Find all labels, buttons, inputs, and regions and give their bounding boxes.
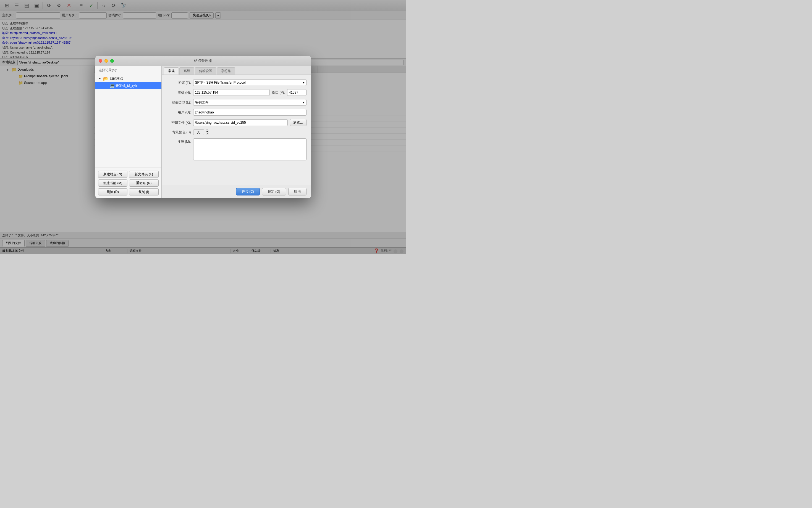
new-site-button[interactable]: 新建站点 (N) <box>98 171 128 178</box>
key-input[interactable] <box>193 119 288 126</box>
tab-general[interactable]: 常规 <box>164 68 179 75</box>
login-select[interactable]: 密钥文件 ▾ <box>193 99 307 106</box>
login-label: 登录类型 (L): <box>166 100 191 105</box>
protocol-value: SFTP - SSH File Transfer Protocol <box>195 81 246 84</box>
comment-label: 注释 (M): <box>166 138 191 144</box>
dialog-left-buttons: 新建站点 (N) 新文件夹 (F) 新建书签 (M) 重命名 (R) 删除 (D… <box>95 168 161 198</box>
site-toggle-icon: ▼ <box>99 77 102 80</box>
cancel-button[interactable]: 取消 <box>288 188 307 196</box>
browse-button[interactable]: 浏览... <box>290 119 307 126</box>
dialog-left-header: 选择记录(S): <box>95 66 161 74</box>
dialog-right: 常规 高级 传输设置 字符集 协议 (T): SFTP - SSH File T… <box>162 66 311 198</box>
tab-advanced[interactable]: 高级 <box>179 68 194 75</box>
site-label: 我的站点 <box>110 76 123 81</box>
station-manager-dialog: 站点管理器 选择记录(S): ▼ 📂 我的站点 💻 <box>95 56 311 198</box>
rename-button[interactable]: 重命名 (R) <box>129 179 159 186</box>
key-label: 密钥文件 (K): <box>166 120 191 125</box>
delete-button[interactable]: 删除 (D) <box>98 188 128 196</box>
site-icon: 💻 <box>110 83 114 88</box>
site-tree: ▼ 📂 我的站点 💻 开发机_id_zyh <box>95 74 161 168</box>
protocol-select[interactable]: SFTP - SSH File Transfer Protocol ▾ <box>193 79 307 86</box>
dialog-tabs: 常规 高级 传输设置 字符集 <box>162 66 311 75</box>
form-row-host: 主机 (H): 端口 (P): <box>166 89 307 96</box>
dialog-titlebar: 站点管理器 <box>95 56 311 66</box>
form-row-keyfile: 密钥文件 (K): 浏览... <box>166 119 307 126</box>
port-label-dialog: 端口 (P): <box>272 90 285 95</box>
close-button[interactable] <box>99 59 102 63</box>
connect-button[interactable]: 连接 (C) <box>236 188 260 196</box>
user-label-dialog: 用户 (U): <box>166 110 191 115</box>
login-dropdown-icon: ▾ <box>303 100 305 104</box>
color-down-button[interactable]: ▼ <box>206 132 208 135</box>
site-label: 开发机_id_zyh <box>116 83 137 88</box>
modal-overlay: 站点管理器 选择记录(S): ▼ 📂 我的站点 💻 <box>0 0 406 254</box>
color-up-button[interactable]: ▲ <box>206 130 208 132</box>
site-item-root[interactable]: ▼ 📂 我的站点 <box>95 75 161 82</box>
host-label-dialog: 主机 (H): <box>166 90 191 95</box>
new-folder-button[interactable]: 新文件夹 (F) <box>129 171 159 178</box>
copy-button[interactable]: 复制 (I) <box>129 188 159 196</box>
form-host-row: 端口 (P): <box>193 89 307 96</box>
folder-open-icon: 📂 <box>103 76 109 81</box>
dialog-footer: 连接 (C) 确定 (O) 取消 <box>162 185 311 198</box>
new-bookmark-button[interactable]: 新建书签 (M) <box>98 179 128 186</box>
login-value: 密钥文件 <box>195 100 208 105</box>
site-item-devmachine[interactable]: 💻 开发机_id_zyh <box>95 82 161 89</box>
dialog-left: 选择记录(S): ▼ 📂 我的站点 💻 开发机_id_zyh <box>95 66 162 198</box>
host-input-dialog[interactable] <box>193 89 270 96</box>
color-select: 无 ▲ ▼ <box>193 129 209 135</box>
color-box: 无 <box>193 129 204 135</box>
user-input-dialog[interactable] <box>193 109 307 116</box>
form-row-login: 登录类型 (L): 密钥文件 ▾ <box>166 99 307 106</box>
form-row-protocol: 协议 (T): SFTP - SSH File Transfer Protoco… <box>166 79 307 86</box>
dialog-title: 站点管理器 <box>194 58 212 63</box>
minimize-button[interactable] <box>105 59 108 63</box>
color-stepper[interactable]: ▲ ▼ <box>206 129 209 135</box>
bg-color-label: 背景颜色 (B) <box>166 130 191 135</box>
ok-button[interactable]: 确定 (O) <box>262 188 286 196</box>
dialog-form: 协议 (T): SFTP - SSH File Transfer Protoco… <box>162 75 311 185</box>
dialog-body: 选择记录(S): ▼ 📂 我的站点 💻 开发机_id_zyh <box>95 66 311 198</box>
tab-transfer-settings[interactable]: 传输设置 <box>195 68 217 75</box>
form-row-user: 用户 (U): <box>166 109 307 116</box>
form-row-comment: 注释 (M): <box>166 138 307 160</box>
tab-charset[interactable]: 字符集 <box>217 68 235 75</box>
form-row-bgcolor: 背景颜色 (B) 无 ▲ ▼ <box>166 129 307 135</box>
protocol-label: 协议 (T): <box>166 80 191 85</box>
port-input-dialog[interactable] <box>287 89 307 96</box>
protocol-dropdown-icon: ▾ <box>303 81 305 84</box>
comment-textarea[interactable] <box>193 138 307 160</box>
zoom-button[interactable] <box>110 59 114 63</box>
